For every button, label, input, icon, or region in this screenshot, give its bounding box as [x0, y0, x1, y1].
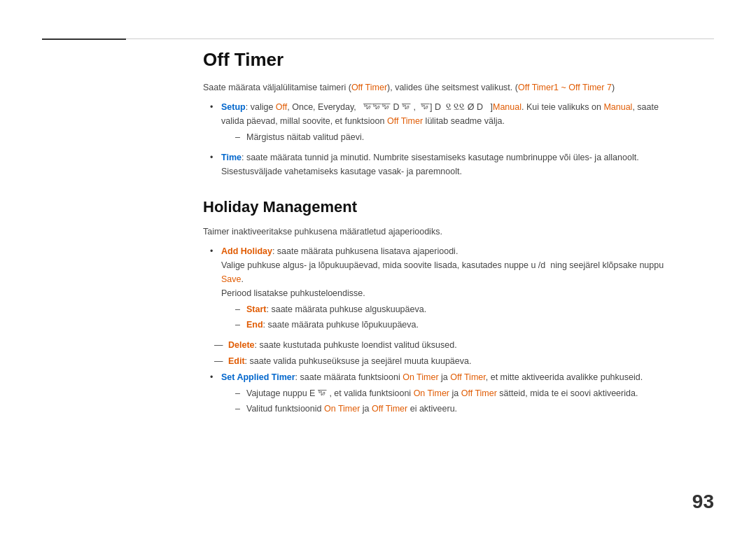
addholiday-line2: Periood lisatakse puhkusteloendisse. — [221, 288, 365, 298]
top-rule-accent — [42, 38, 126, 40]
time-label: Time — [221, 153, 241, 162]
list-item-time: Time: saate määrata tunnid ja minutid. N… — [210, 150, 672, 178]
ontimer-ref2: On Timer — [414, 388, 449, 398]
addholiday-line1: Valige puhkuse algus- ja lõpukuupäevad, … — [221, 260, 664, 284]
delete-item: Delete: saate kustutada puhkuste loendis… — [203, 338, 672, 353]
ontimer-ref3: On Timer — [324, 404, 360, 414]
section2-title: Holiday Management — [203, 198, 672, 216]
page-number: 93 — [692, 491, 714, 513]
offtimer-ref1: Off Timer — [351, 83, 387, 92]
end-label: End — [246, 320, 263, 330]
offtimer-range: Off Timer1 ~ Off Timer 7 — [518, 83, 612, 92]
setup-subdash: Märgistus näitab valitud päevi. — [221, 130, 672, 145]
start-label: Start — [246, 304, 266, 314]
offtimer-ref2: Off Timer — [450, 372, 485, 382]
setapplied-subdash: Vajutage nuppu E ꠏ , et valida funktsioo… — [221, 386, 672, 416]
setapplied-dash2: Valitud funktsioonid On Timer ja Off Tim… — [235, 402, 672, 416]
offtimer-ref3: Off Timer — [461, 388, 497, 398]
edit-label: Edit — [228, 356, 245, 366]
setup-off: Off — [276, 102, 287, 112]
setup-label: Setup — [221, 102, 246, 112]
list-item-setup: Setup: valige Off, Once, Everyday, ꠏꠏꠏ D… — [210, 100, 672, 145]
content-area: Off Timer Saate määrata väljalülitamise … — [203, 49, 672, 416]
section2-list2: Set Applied Timer: saate määrata funktsi… — [203, 370, 672, 416]
setup-manual2: Manual — [603, 102, 632, 112]
ontimer-ref1: On Timer — [402, 372, 438, 382]
setup-offtimer: Off Timer — [387, 116, 423, 126]
addholiday-subdash: Start: saate määrata puhkuse alguskuupäe… — [221, 302, 672, 332]
section1-intro: Saate määrata väljalülitamise taimeri (O… — [203, 80, 672, 94]
addholiday-label: Add Holiday — [221, 246, 272, 256]
list-item-addholiday: Add Holiday: saate määrata puhkusena lis… — [210, 244, 672, 332]
save-ref: Save — [221, 274, 241, 284]
end-item: End: saate määrata puhkuse lõpukuupäeva. — [235, 318, 672, 332]
section2-intro: Taimer inaktiveeritakse puhkusena määrat… — [203, 225, 672, 239]
start-item: Start: saate määrata puhkuse alguskuupäe… — [235, 302, 672, 317]
list-item-setapplied: Set Applied Timer: saate määrata funktsi… — [210, 370, 672, 416]
offtimer-ref4: Off Timer — [372, 404, 407, 414]
setup-manual: Manual — [493, 102, 522, 112]
section1-title: Off Timer — [203, 49, 672, 71]
setapplied-label: Set Applied Timer — [221, 372, 295, 382]
edit-item: Edit: saate valida puhkuseüksuse ja seej… — [203, 354, 672, 369]
section1-list: Setup: valige Off, Once, Everyday, ꠏꠏꠏ D… — [203, 100, 672, 178]
top-rule — [42, 38, 714, 39]
setapplied-dash1: Vajutage nuppu E ꠏ , et valida funktsioo… — [235, 386, 672, 401]
delete-label: Delete — [228, 340, 255, 350]
setup-dash-item: Märgistus näitab valitud päevi. — [235, 130, 672, 145]
page-container: Off Timer Saate määrata väljalülitamise … — [0, 0, 756, 534]
section2-list: Add Holiday: saate määrata puhkusena lis… — [203, 244, 672, 332]
